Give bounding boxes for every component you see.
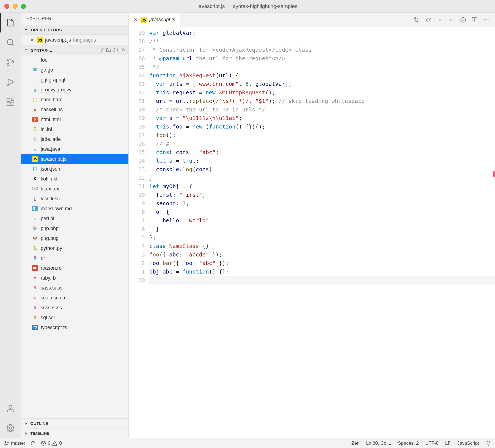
close-icon[interactable]: ✕: [29, 37, 35, 43]
open-editor-item[interactable]: ✕ JS javascript.js languages: [21, 35, 128, 45]
activity-run-debug[interactable]: [0, 72, 21, 92]
file-item[interactable]: ggroovy.groovy: [21, 85, 128, 95]
svg-point-20: [488, 19, 488, 20]
file-item-label: java.java: [41, 146, 60, 152]
status-encoding[interactable]: UTF-8: [425, 441, 439, 446]
file-tree[interactable]: ≡fooGOgo.go✦gql.graphqlggroovy.groovy)(h…: [21, 55, 128, 418]
file-item-label: markdown.md: [41, 206, 72, 212]
js-file-icon: JS: [141, 17, 147, 23]
file-item[interactable]: JSjavascript.js: [21, 154, 128, 164]
svg-point-2: [7, 64, 9, 65]
file-item-label: haml.haml: [41, 97, 64, 103]
file-item-label: less.less: [41, 196, 60, 202]
status-language[interactable]: JavaScript: [457, 441, 479, 446]
minimize-window-button[interactable]: [13, 4, 18, 9]
zoom-window-button[interactable]: [21, 4, 26, 9]
file-item[interactable]: ≡foo: [21, 55, 128, 65]
go-back-icon[interactable]: [425, 17, 432, 23]
status-cursor[interactable]: Ln 30, Col 1: [366, 441, 391, 446]
file-item[interactable]: 🐶pug.pug: [21, 233, 128, 243]
file-item[interactable]: )(haml.haml: [21, 95, 128, 105]
new-file-icon[interactable]: [99, 47, 104, 53]
activity-source-control[interactable]: [0, 52, 21, 72]
run-icon[interactable]: [448, 17, 455, 23]
go-forward-icon[interactable]: [437, 17, 443, 23]
status-feedback[interactable]: [486, 441, 491, 446]
svg-point-12: [415, 17, 416, 19]
svg-point-18: [484, 19, 485, 20]
tab-active[interactable]: ✕ JS javascript.js: [129, 13, 180, 27]
file-item[interactable]: Kkotlin.kt: [21, 174, 128, 184]
file-type-icon: ⟦: [32, 196, 38, 202]
activity-extensions[interactable]: [0, 92, 21, 112]
file-type-icon: 🐇: [32, 136, 38, 142]
status-eol[interactable]: LF: [445, 441, 451, 446]
refresh-icon[interactable]: [113, 47, 119, 53]
file-item[interactable]: GOgo.go: [21, 65, 128, 75]
file-item-label: ruby.rb: [41, 275, 56, 281]
new-folder-icon[interactable]: [106, 47, 111, 53]
file-item-label: gql.graphql: [41, 77, 65, 83]
file-item[interactable]: TStypescript.ts: [21, 323, 128, 332]
window-title: javascript.js — syntax-highlighting-samp…: [197, 3, 297, 9]
file-item[interactable]: λhaskell.hs: [21, 105, 128, 114]
file-item-label: scss.scss: [41, 305, 62, 311]
file-item[interactable]: 🐍python.py: [21, 243, 128, 253]
svg-point-22: [5, 444, 6, 445]
status-indent[interactable]: Spaces: 2: [398, 441, 419, 446]
activity-explorer[interactable]: [0, 13, 21, 32]
code-editor[interactable]: 2928272625242322212019181716151413121110…: [129, 27, 495, 438]
close-window-button[interactable]: [4, 4, 9, 9]
svg-rect-8: [11, 98, 14, 101]
status-bar: master 0 0 Zen Ln 30, Col 1 Spaces: 2 UT…: [0, 438, 495, 448]
file-item[interactable]: 🐘php.php: [21, 223, 128, 233]
project-header-actions: [99, 47, 126, 53]
titlebar: javascript.js — syntax-highlighting-samp…: [0, 0, 495, 13]
file-item[interactable]: 5html.html: [21, 114, 128, 124]
file-item[interactable]: ✦gql.graphql: [21, 75, 128, 85]
file-type-icon: JS: [32, 156, 38, 162]
split-editor-icon[interactable]: [471, 17, 478, 23]
file-item[interactable]: 🐇jade.jade: [21, 134, 128, 144]
file-type-icon: ♦: [32, 275, 38, 281]
timeline-header[interactable]: TIMELINE: [21, 428, 128, 438]
file-item-label: latex.tex: [41, 186, 59, 192]
timeline-label: TIMELINE: [30, 431, 50, 436]
file-item[interactable]: ♦ruby.rb: [21, 273, 128, 283]
svg-point-21: [5, 441, 6, 442]
file-item[interactable]: ⠿ini.ini: [21, 124, 128, 134]
status-problems[interactable]: 0 0: [41, 441, 62, 446]
file-item[interactable]: ◎perl.pl: [21, 214, 128, 223]
file-item[interactable]: ▤scala.scala: [21, 293, 128, 303]
status-zen[interactable]: Zen: [351, 441, 359, 446]
file-item-label: kotlin.kt: [41, 176, 57, 182]
file-item[interactable]: Sscss.scss: [21, 303, 128, 313]
status-sync[interactable]: [30, 441, 36, 446]
more-actions-icon[interactable]: [483, 17, 490, 23]
editor-area: ✕ JS javascript.js 292827262524232221201…: [129, 13, 495, 438]
file-item[interactable]: M↓markdown.md: [21, 204, 128, 214]
code-content[interactable]: var globalVar;/** * Constructor for <cod…: [149, 27, 495, 438]
project-label: SYNTAX-...: [31, 48, 52, 53]
file-item[interactable]: ⟦less.less: [21, 194, 128, 204]
status-branch[interactable]: master: [4, 441, 25, 446]
file-item[interactable]: {}json.json: [21, 164, 128, 174]
tab-close-icon[interactable]: ✕: [134, 17, 138, 23]
activity-accounts[interactable]: [0, 398, 21, 418]
open-editor-filename: javascript.js: [45, 37, 71, 43]
file-item[interactable]: ☕java.java: [21, 144, 128, 154]
file-item[interactable]: Rr.r: [21, 253, 128, 263]
svg-point-23: [7, 442, 9, 443]
compare-changes-icon[interactable]: [414, 17, 420, 23]
collapse-all-icon[interactable]: [120, 47, 126, 53]
file-item[interactable]: 🛢sql.sql: [21, 313, 128, 323]
outline-header[interactable]: OUTLINE: [21, 418, 128, 428]
project-header[interactable]: SYNTAX-...: [21, 45, 128, 55]
file-item[interactable]: Ssass.sass: [21, 283, 128, 293]
activity-search[interactable]: [0, 32, 21, 52]
open-editors-header[interactable]: OPEN EDITORS: [21, 25, 128, 35]
file-item[interactable]: TᴇXlatex.tex: [21, 184, 128, 194]
open-preview-icon[interactable]: [460, 17, 466, 23]
file-item[interactable]: REreason.re: [21, 263, 128, 273]
activity-settings[interactable]: [0, 418, 21, 438]
